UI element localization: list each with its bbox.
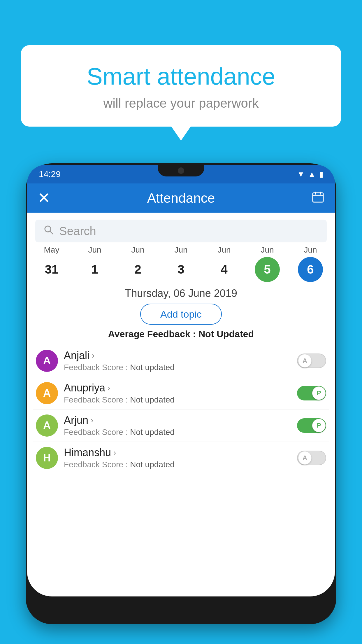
avg-feedback: Average Feedback : Not Updated [27,329,335,340]
feedback-score: Feedback Score : Not updated [64,460,297,469]
bubble-title: Smart attendance [36,63,326,90]
avatar: A [36,350,58,372]
battery-icon: ▮ [319,170,323,179]
search-icon [43,225,54,238]
app-title: Attendance [147,190,215,206]
cal-month: Jun [88,245,101,255]
attendance-toggle[interactable]: A [297,354,326,368]
cal-month: Jun [304,245,317,255]
chevron-icon: › [92,351,94,360]
toggle-knob: A [298,451,312,465]
chevron-icon: › [108,383,110,393]
feedback-score: Feedback Score : Not updated [64,428,297,437]
calendar-col-4[interactable]: Jun4 [203,245,246,282]
chevron-icon: › [113,448,116,457]
search-input[interactable]: Search [59,225,96,238]
calendar-col-3[interactable]: Jun3 [159,245,203,282]
status-bar: 14:29 ▼ ▲ ▮ [27,165,335,183]
student-name: Anupriya › [64,382,297,394]
student-item[interactable]: AAnjali ›Feedback Score : Not updatedA [33,345,329,377]
toggle-knob: P [312,386,326,400]
signal-icon: ▲ [308,170,316,179]
student-info: Anjali ›Feedback Score : Not updated [64,349,297,372]
student-info: Anupriya ›Feedback Score : Not updated [64,382,297,405]
notch [158,165,204,176]
bubble-subtitle: will replace your paperwork [36,96,326,111]
calendar-row: May31Jun1Jun2Jun3Jun4Jun5Jun6 [27,245,335,282]
student-info: Arjun ›Feedback Score : Not updated [64,414,297,437]
student-name: Arjun › [64,414,297,426]
add-topic-button[interactable]: Add topic [140,304,222,325]
cal-day[interactable]: 3 [168,257,194,282]
student-item[interactable]: HHimanshu ›Feedback Score : Not updatedA [33,442,329,474]
search-bar[interactable]: Search [35,220,327,242]
chevron-icon: › [91,416,93,425]
phone-frame: 14:29 ▼ ▲ ▮ ✕ Attendance [26,163,336,624]
cal-month: May [44,245,59,255]
speech-bubble: Smart attendance will replace your paper… [21,45,341,127]
calendar-col-6[interactable]: Jun6 [289,245,332,282]
calendar-col-0[interactable]: May31 [30,245,73,282]
feedback-score: Feedback Score : Not updated [64,363,297,372]
cal-month: Jun [261,245,274,255]
status-icons: ▼ ▲ ▮ [297,170,323,179]
cal-day[interactable]: 31 [39,257,64,282]
attendance-toggle[interactable]: P [297,418,326,433]
student-item[interactable]: AArjun ›Feedback Score : Not updatedP [33,410,329,442]
phone-container: 14:29 ▼ ▲ ▮ ✕ Attendance [26,163,336,644]
wifi-icon: ▼ [297,170,305,179]
student-item[interactable]: AAnupriya ›Feedback Score : Not updatedP [33,377,329,410]
toggle-knob: A [298,354,312,368]
status-time: 14:29 [39,169,61,179]
student-info: Himanshu ›Feedback Score : Not updated [64,447,297,469]
cal-day[interactable]: 2 [125,257,150,282]
student-list: AAnjali ›Feedback Score : Not updatedAAA… [27,345,335,474]
attendance-toggle[interactable]: P [297,386,326,400]
app-bar: ✕ Attendance [27,183,335,213]
avatar: A [36,382,58,404]
cal-month: Jun [217,245,231,255]
cal-month: Jun [174,245,187,255]
cal-month: Jun [131,245,144,255]
calendar-col-5[interactable]: Jun5 [246,245,289,282]
student-name: Himanshu › [64,447,297,459]
cal-day[interactable]: 4 [212,257,237,282]
selected-date: Thursday, 06 June 2019 [27,287,335,300]
calendar-col-2[interactable]: Jun2 [116,245,159,282]
student-name: Anjali › [64,349,297,362]
speech-bubble-container: Smart attendance will replace your paper… [21,45,341,127]
cal-day[interactable]: 5 [255,257,280,282]
avatar: A [36,414,58,437]
svg-line-5 [50,231,53,234]
svg-rect-0 [313,193,323,202]
cal-day[interactable]: 6 [298,257,323,282]
calendar-col-1[interactable]: Jun1 [73,245,116,282]
close-button[interactable]: ✕ [38,189,50,207]
inner-screen: ✕ Attendance [27,183,335,596]
avatar: H [36,447,58,469]
calendar-icon[interactable] [312,190,324,206]
camera [178,167,184,174]
feedback-score: Feedback Score : Not updated [64,395,297,405]
attendance-toggle[interactable]: A [297,451,326,465]
toggle-knob: P [312,419,326,432]
cal-day[interactable]: 1 [82,257,107,282]
